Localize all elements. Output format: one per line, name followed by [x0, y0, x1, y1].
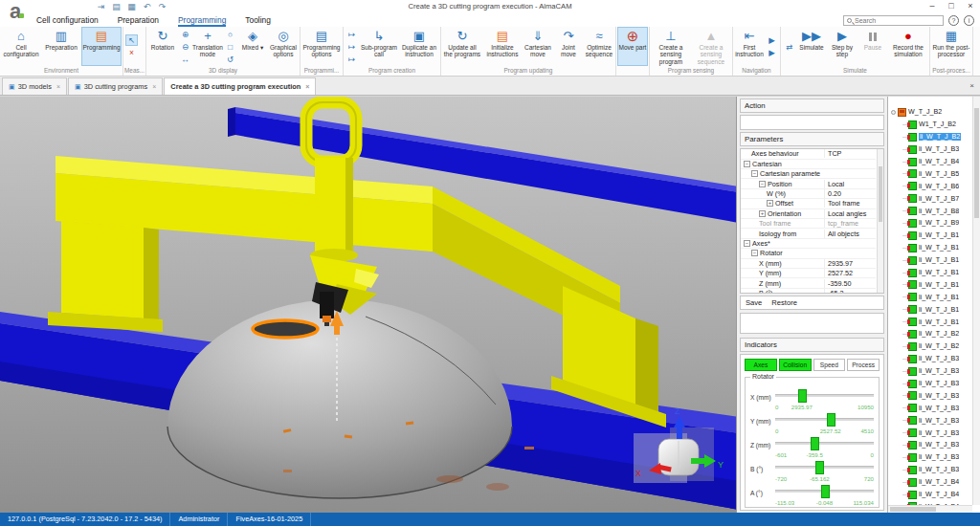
parameter-value[interactable]: Tool frame	[824, 199, 876, 208]
tree-item[interactable]: li_W_T_J_B3	[891, 365, 972, 378]
slider-track-area[interactable]: 02935.9710950	[775, 386, 874, 409]
simulate-button[interactable]: ▶▶Simulate	[796, 27, 827, 66]
tree-collapse-knob[interactable]	[891, 110, 896, 115]
slider-thumb[interactable]	[815, 461, 824, 474]
graphical-options-button[interactable]: ◎Graphical options	[268, 27, 299, 66]
parameter-row[interactable]: −Cartesian	[741, 160, 876, 169]
tree-item[interactable]: li_W_T_J_B7	[891, 192, 972, 205]
expander-icon[interactable]: −	[751, 170, 758, 177]
slider-thumb[interactable]	[827, 413, 835, 427]
tree-item[interactable]: li_W_T_J_B1	[891, 291, 972, 303]
expander-icon[interactable]: −	[744, 161, 750, 167]
tree-item[interactable]: li_W_T_J_B3	[891, 378, 972, 390]
search-input[interactable]	[855, 17, 941, 24]
close-tab-icon[interactable]: ×	[56, 83, 60, 90]
insert-instruction-icon[interactable]: ↦	[345, 54, 358, 65]
tree-item[interactable]: li_W_T_J_B6	[891, 180, 972, 192]
create-sensing-program-button[interactable]: ⊥Create a sensing program	[651, 27, 691, 66]
menu-tab-preparation[interactable]: Preparation	[118, 15, 159, 27]
tree-item[interactable]: li_W_T_J_B5	[891, 167, 972, 180]
orbit-view-icon[interactable]: ○	[224, 29, 236, 40]
duplicate-instruction-button[interactable]: ▣Duplicate an instruction	[399, 27, 439, 66]
tree-item[interactable]: li_W_T_J_B3	[891, 353, 972, 365]
tree-item[interactable]: li_W_T_J_B1	[891, 242, 972, 254]
parameter-row[interactable]: B (°)-65.2	[741, 289, 876, 295]
tree-item[interactable]: li_W_T_J_B2	[891, 328, 972, 340]
parameter-value[interactable]: -359.50	[824, 279, 876, 288]
parameter-row[interactable]: −Rotator	[741, 249, 876, 258]
menu-tab-cell-configuration[interactable]: Cell configuration	[36, 15, 99, 27]
process-indicator-button[interactable]: Process	[847, 359, 880, 371]
next-instruction-icon[interactable]: ▶	[766, 34, 778, 46]
programming-options-button[interactable]: ▤Programming options	[301, 27, 342, 66]
insert-instruction-icon[interactable]: ↦	[345, 41, 358, 53]
parameter-value[interactable]: Local	[824, 180, 876, 188]
tree-item[interactable]: li_W_T_J_B1	[891, 303, 972, 316]
update-all-programs-button[interactable]: ↻Update all the programs	[442, 27, 482, 66]
rotation-button[interactable]: ↻Rotation	[147, 27, 178, 66]
joint-move-button[interactable]: ↷Joint move	[553, 27, 584, 66]
panel-close-icon[interactable]: ×	[969, 81, 974, 90]
slider-track-area[interactable]: 02527.524510	[775, 410, 874, 433]
zoom-out-icon[interactable]: ⊖	[179, 41, 191, 53]
menu-tab-tooling[interactable]: Tooling	[245, 15, 271, 27]
spin-view-icon[interactable]: ↺	[224, 54, 236, 65]
3d-scene[interactable]: X Y Z	[0, 97, 737, 513]
slider-thumb[interactable]	[821, 485, 830, 498]
minimize-button[interactable]: –	[923, 0, 942, 12]
first-instruction-button[interactable]: ⇤First instruction	[734, 27, 765, 66]
translation-mode-button[interactable]: +Translation mode	[192, 27, 223, 66]
slider-track-area[interactable]: -115.03-0.048115.034	[775, 482, 874, 505]
parameter-row[interactable]: +OrientationLocal angles	[741, 209, 876, 219]
delete-icon[interactable]: ×	[125, 47, 138, 58]
tree-item[interactable]: li_W_T_J_B3	[891, 402, 972, 414]
save-button[interactable]: Save	[746, 298, 762, 307]
expander-icon[interactable]: −	[759, 181, 766, 187]
tree-item[interactable]: li_W_T_J_B1	[891, 267, 972, 279]
parameter-row[interactable]: Y (mm)2527.52	[741, 269, 876, 278]
parameter-value[interactable]: tcp_frame	[824, 219, 876, 228]
mixed-button[interactable]: ◈Mixed ▾	[237, 27, 268, 66]
tab-3d-cutting-programs[interactable]: ▣3D cutting programs×	[68, 77, 163, 95]
parameter-value[interactable]: 0.20	[824, 189, 876, 198]
slider-thumb[interactable]	[811, 437, 819, 450]
tree-item[interactable]: li_W_T_J_B4	[891, 489, 972, 501]
expander-icon[interactable]: −	[751, 250, 758, 256]
axes-indicator-button[interactable]: Axes	[745, 359, 777, 371]
parameter-row[interactable]: −Cartesian paramete	[741, 169, 876, 179]
parameter-row[interactable]: Axes behaviourTCP	[741, 149, 876, 159]
initialize-instructions-button[interactable]: ▤Initialize instructions	[482, 27, 523, 66]
slider-track-area[interactable]: -601-359.50	[775, 434, 874, 457]
tree-item[interactable]: li_W_T_J_B3	[891, 464, 972, 476]
tree-item[interactable]: li_W_T_J_B9	[891, 217, 972, 230]
restore-button[interactable]: Restore	[771, 298, 797, 307]
tree-item[interactable]: li_W_T_J_B3	[891, 439, 972, 451]
close-tab-icon[interactable]: ×	[305, 83, 309, 90]
parameter-value[interactable]: Local angles	[824, 209, 876, 218]
tree-item[interactable]: li_W_T_J_B2	[891, 340, 972, 353]
tree-item[interactable]: li_W_T_J_B1	[891, 254, 972, 267]
tab-3d-models[interactable]: ▣3D models×	[2, 77, 67, 95]
zoom-fit-icon[interactable]: ↔	[179, 54, 191, 65]
programming-button[interactable]: ▤Programming	[81, 27, 122, 66]
maximize-button[interactable]: □	[942, 0, 961, 12]
help-button[interactable]: ?	[948, 15, 959, 26]
cell-configuration-button[interactable]: ⌂Cell configuration	[1, 27, 41, 66]
move-part-button[interactable]: ⊕Move part	[617, 27, 648, 66]
tab-create-3d-cutting-program-execution[interactable]: Create a 3D cutting program execution×	[164, 77, 316, 95]
parameter-row[interactable]: −PositionLocal	[741, 179, 876, 188]
3d-viewport[interactable]: X Y Z	[0, 97, 737, 513]
parameter-value[interactable]: TCP	[824, 149, 876, 158]
menu-tab-programming[interactable]: Programming	[178, 15, 226, 27]
search-box[interactable]	[843, 15, 944, 26]
collision-indicator-button[interactable]: Collision	[779, 359, 812, 371]
tree-item[interactable]: li_W_T_J_B3	[891, 414, 972, 427]
run-post-processor-button[interactable]: ▦Run the post-processor	[931, 27, 971, 66]
tree-horizontal-scrollbar[interactable]	[888, 505, 972, 513]
tree-item[interactable]: li_W_T_J_B1	[891, 278, 972, 291]
tree-item[interactable]: li_W_T_J_B2	[891, 131, 972, 143]
info-button[interactable]: i	[964, 15, 974, 26]
zoom-in-icon[interactable]: ⊕	[179, 29, 191, 40]
simulation-settings-icon[interactable]: ⇄	[783, 41, 795, 53]
slider-thumb[interactable]	[798, 389, 807, 403]
